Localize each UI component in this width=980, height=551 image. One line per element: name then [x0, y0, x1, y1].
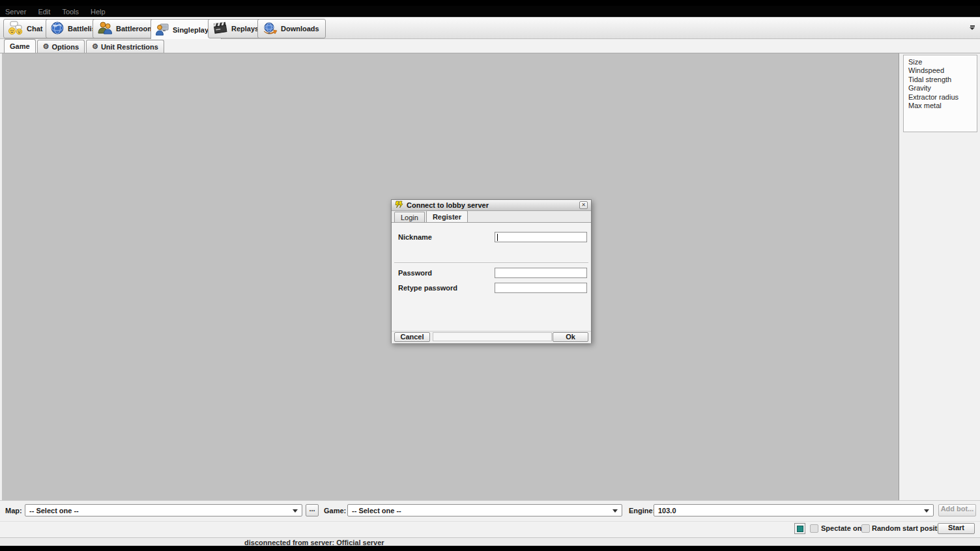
download-globe-icon — [262, 21, 278, 36]
map-label: Map: — [5, 507, 22, 515]
dialog-separator — [394, 262, 588, 264]
dialog-tab-register[interactable]: Register — [426, 210, 468, 222]
ok-button[interactable]: Ok — [553, 332, 588, 342]
engine-select[interactable]: 103.0 — [654, 504, 934, 516]
progress-gauge — [433, 332, 552, 341]
nickname-field[interactable] — [495, 232, 587, 242]
subtab-game[interactable]: Game — [4, 39, 36, 53]
engine-label: Engine: — [629, 507, 655, 515]
menu-bar: Server Edit Tools Help — [0, 6, 980, 17]
game-select[interactable]: -- Select one -- — [347, 504, 622, 516]
map-info-windspeed: Windspeed — [908, 66, 977, 75]
chevron-down-icon — [293, 509, 298, 513]
battle-setup-bar: Map: -- Select one -- ... Game: -- Selec… — [0, 500, 980, 537]
clapperboard-icon — [212, 21, 228, 36]
tab-replays[interactable]: Replays — [208, 19, 265, 38]
spectate-only-label: Spectate only — [821, 524, 868, 532]
menu-server[interactable]: Server — [5, 8, 26, 16]
gear-icon: ⚙ — [92, 43, 98, 50]
chat-icon — [8, 21, 23, 36]
menu-help[interactable]: Help — [91, 8, 106, 16]
lightning-icon — [395, 199, 403, 211]
main-toolbar: Chat Battlelist Battleroom — [0, 17, 980, 39]
cancel-button[interactable]: Cancel — [394, 332, 430, 342]
game-label: Game: — [324, 507, 346, 515]
menu-edit[interactable]: Edit — [38, 8, 50, 16]
map-info-gravity: Gravity — [908, 84, 977, 92]
subtab-unit-restrictions-label: Unit Restrictions — [101, 43, 158, 51]
subtab-game-label: Game — [10, 42, 30, 50]
app-window: Server Edit Tools Help Chat — [0, 0, 980, 551]
dialog-tab-login[interactable]: Login — [394, 212, 425, 222]
close-icon[interactable]: ✕ — [579, 201, 588, 209]
start-button[interactable]: Start — [938, 523, 975, 534]
chevron-down-icon — [612, 509, 618, 513]
dialog-body: Nickname Password Retype password — [392, 223, 591, 331]
connection-status: disconnected from server: Official serve… — [244, 539, 384, 546]
chevron-down-icon — [924, 509, 929, 513]
subtab-unit-restrictions[interactable]: ⚙ Unit Restrictions — [86, 40, 164, 53]
dialog-tabs: Login Register — [392, 211, 591, 223]
retype-password-field[interactable] — [495, 283, 587, 293]
subtab-options[interactable]: ⚙ Options — [37, 40, 85, 53]
retype-password-label: Retype password — [398, 284, 457, 292]
team-color-button[interactable] — [794, 523, 805, 534]
singleplayer-subtabs: Game ⚙ Options ⚙ Unit Restrictions — [0, 39, 980, 53]
map-browse-button[interactable]: ... — [306, 504, 319, 516]
spectate-only-checkbox[interactable] — [810, 524, 818, 533]
password-label: Password — [398, 269, 432, 277]
random-start-checkbox[interactable] — [861, 524, 870, 533]
map-info-maxmetal: Max metal — [908, 102, 977, 110]
map-info-size: Size — [908, 58, 977, 66]
gear-icon: ⚙ — [43, 43, 50, 50]
tab-replays-label: Replays — [231, 25, 259, 33]
tab-downloads[interactable]: Downloads — [257, 19, 326, 38]
map-info-extractor: Extractor radius — [908, 93, 977, 102]
tab-chat[interactable]: Chat — [3, 19, 49, 38]
singleplayer-icon — [155, 22, 169, 38]
subtab-options-label: Options — [51, 43, 79, 51]
status-bar: disconnected from server: Official serve… — [0, 537, 980, 546]
globe-icon — [50, 21, 65, 36]
connect-dialog: Connect to lobby server ✕ Login Register… — [391, 199, 592, 343]
menu-tools[interactable]: Tools — [62, 8, 79, 16]
map-select[interactable]: -- Select one -- — [25, 504, 302, 516]
text-caret — [497, 234, 498, 241]
dialog-footer: Cancel Ok — [392, 331, 591, 343]
map-info-panel: Size Windspeed Tidal strength Gravity Ex… — [903, 55, 977, 132]
add-bot-button[interactable]: Add bot... — [938, 504, 976, 516]
nickname-label: Nickname — [398, 233, 432, 241]
team-color-swatch — [797, 526, 803, 532]
password-field[interactable] — [495, 268, 587, 278]
toolbar-overflow-icon[interactable] — [968, 25, 976, 32]
map-info-tidal: Tidal strength — [908, 76, 977, 84]
users-icon — [97, 21, 113, 36]
tab-downloads-label: Downloads — [281, 25, 319, 33]
dialog-titlebar[interactable]: Connect to lobby server ✕ — [392, 200, 591, 211]
tab-chat-label: Chat — [27, 25, 42, 33]
dialog-title: Connect to lobby server — [407, 201, 579, 209]
tab-battleroom-label: Battleroom — [116, 25, 154, 33]
